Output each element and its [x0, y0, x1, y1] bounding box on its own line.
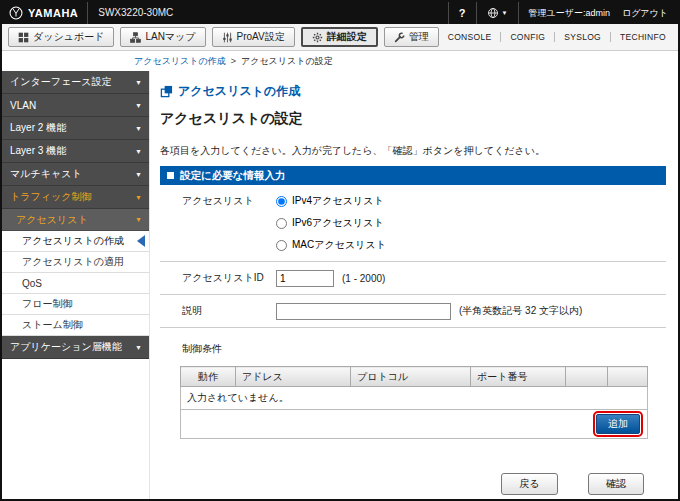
logout-link[interactable]: ログアウト	[622, 7, 668, 20]
tab-label: ProAV設定	[237, 30, 285, 44]
page-title-row: アクセスリストの作成	[160, 83, 666, 100]
radio-mac-label: MACアクセスリスト	[292, 238, 386, 252]
tab-dashboard[interactable]: ダッシュボード	[8, 27, 114, 47]
access-list-type-row: アクセスリスト IPv4アクセスリスト IPv6アクセスリスト	[160, 185, 666, 262]
tab-lanmap[interactable]: LANマップ	[120, 27, 205, 47]
access-list-type-label: アクセスリスト	[160, 185, 268, 261]
topbar-right: ? ▼ 管理ユーザー:admin ログアウト	[448, 2, 678, 24]
add-button[interactable]: 追加	[596, 414, 640, 434]
radio-option-mac[interactable]: MACアクセスリスト	[276, 238, 386, 252]
back-button[interactable]: 戻る	[501, 473, 557, 495]
breadcrumb-separator: >	[231, 56, 236, 66]
column-header-empty-2	[608, 367, 648, 387]
sidebar-item-qos[interactable]: QoS	[2, 273, 149, 294]
radio-option-ipv6[interactable]: IPv6アクセスリスト	[276, 216, 386, 230]
sidebar-item-vlan[interactable]: VLAN ▼	[2, 94, 149, 117]
sidebar-item-application-layer[interactable]: アプリケーション層機能 ▼	[2, 336, 149, 359]
sidebar-item-access-list[interactable]: アクセスリスト ▼	[2, 209, 149, 231]
dashboard-icon	[18, 32, 29, 43]
language-segment: ▼	[476, 2, 518, 24]
user-label: 管理ユーザー:admin	[529, 7, 610, 20]
instruction-text: 各項目を入力してください。入力が完了したら、「確認」ボタンを押してください。	[160, 144, 666, 158]
access-list-id-row: アクセスリストID (1 - 2000)	[160, 262, 666, 295]
help-button[interactable]: ?	[459, 7, 466, 19]
column-header-address: アドレス	[236, 367, 351, 387]
add-row: 追加	[181, 410, 648, 439]
chevron-down-icon: ▼	[135, 216, 142, 223]
chevron-down-icon: ▼	[135, 102, 142, 109]
sidebar-item-flow-control[interactable]: フロー制御	[2, 294, 149, 315]
techinfo-link[interactable]: TECHINFO	[610, 32, 675, 42]
sidebar-item-layer2[interactable]: Layer 2 機能 ▼	[2, 117, 149, 140]
radio-option-ipv4[interactable]: IPv4アクセスリスト	[276, 194, 386, 208]
radio-ipv6-input[interactable]	[276, 218, 287, 229]
lanmap-icon	[130, 32, 141, 43]
sidebar-item-storm-control[interactable]: ストーム制御	[2, 315, 149, 336]
tab-proav-settings[interactable]: ProAV設定	[212, 27, 295, 47]
panel-header-label: 設定に必要な情報入力	[180, 169, 286, 183]
body-row: インターフェース設定 ▼ VLAN ▼ Layer 2 機能 ▼ Layer 3…	[2, 71, 678, 499]
sidebar-item-layer3[interactable]: Layer 3 機能 ▼	[2, 140, 149, 163]
description-hint: (半角英数記号 32 文字以内)	[459, 304, 582, 318]
chevron-down-icon: ▼	[135, 148, 142, 155]
description-content: (半角英数記号 32 文字以内)	[268, 295, 666, 327]
access-list-id-input[interactable]	[276, 270, 334, 287]
sidebar-item-label: アクセスリスト	[16, 213, 88, 227]
description-input[interactable]	[276, 303, 451, 320]
empty-state-text: 入力されていません。	[181, 387, 648, 410]
chevron-down-icon: ▼	[135, 79, 142, 86]
access-list-id-label: アクセスリストID	[160, 262, 268, 294]
access-list-radio-group: IPv4アクセスリスト IPv6アクセスリスト MACアクセスリスト	[276, 192, 386, 254]
sidebar-item-label: インターフェース設定	[10, 75, 111, 89]
breadcrumb-parent-link[interactable]: アクセスリストの作成	[134, 55, 226, 68]
chevron-down-icon: ▼	[502, 10, 508, 16]
column-header-empty-1	[566, 367, 608, 387]
radio-ipv4-label: IPv4アクセスリスト	[292, 194, 384, 208]
tab-management[interactable]: 管理	[384, 27, 439, 47]
config-link[interactable]: CONFIG	[500, 32, 554, 42]
footer-button-row: 戻る 確認	[160, 453, 666, 495]
page-title-icon	[160, 85, 173, 98]
confirm-button[interactable]: 確認	[588, 473, 644, 495]
sliders-icon	[222, 32, 233, 43]
brand-area: YAMAHA SWX3220-30MC	[9, 2, 173, 24]
topbar: YAMAHA SWX3220-30MC ? ▼ 管理ユーザー:admin ログア…	[2, 2, 678, 24]
condition-table-header-row: 動作 アドレス プロトコル ポート番号	[181, 367, 648, 387]
tab-label: 管理	[409, 30, 429, 44]
sidebar-item-traffic-control[interactable]: トラフィック制御 ▼	[2, 186, 149, 209]
tab-label: ダッシュボード	[33, 30, 104, 44]
console-link[interactable]: CONSOLE	[439, 32, 501, 42]
tab-advanced-settings[interactable]: 詳細設定	[301, 27, 378, 47]
tab-label: LANマップ	[145, 30, 195, 44]
device-model: SWX3220-30MC	[87, 2, 173, 24]
access-list-id-hint: (1 - 2000)	[342, 273, 385, 284]
yamaha-logo-icon	[9, 6, 23, 20]
chevron-down-icon: ▼	[135, 344, 142, 351]
toplink-group: CONSOLE CONFIG SYSLOG TECHINFO	[439, 32, 675, 42]
condition-table: 動作 アドレス プロトコル ポート番号 入力されていません。	[180, 366, 648, 439]
radio-mac-input[interactable]	[276, 240, 287, 251]
sidebar-item-label: Layer 2 機能	[10, 121, 66, 135]
column-header-protocol: プロトコル	[351, 367, 471, 387]
condition-block: 制御条件 動作 アドレス プロトコル ポート番号	[160, 328, 666, 453]
sidebar-item-multicast[interactable]: マルチキャスト ▼	[2, 163, 149, 186]
main-content: アクセスリストの作成 アクセスリストの設定 各項目を入力してください。入力が完了…	[150, 71, 678, 499]
help-segment: ?	[448, 2, 476, 24]
language-button[interactable]: ▼	[487, 7, 508, 19]
breadcrumb-current: アクセスリストの設定	[241, 55, 333, 68]
panel-header: 設定に必要な情報入力	[160, 166, 666, 185]
panel-header-bullet-icon	[167, 172, 174, 179]
add-row-cell: 追加	[181, 410, 648, 439]
syslog-link[interactable]: SYSLOG	[554, 32, 610, 42]
sidebar-item-access-list-create[interactable]: アクセスリストの作成	[2, 231, 149, 252]
globe-icon	[487, 7, 499, 19]
page-title: アクセスリストの作成	[178, 83, 300, 100]
radio-ipv4-input[interactable]	[276, 196, 287, 207]
condition-label: 制御条件	[160, 328, 666, 356]
sidebar-item-label: アクセスリストの適用	[22, 255, 124, 269]
section-title: アクセスリストの設定	[160, 110, 666, 128]
sidebar-item-label: QoS	[22, 278, 42, 289]
description-row: 説明 (半角英数記号 32 文字以内)	[160, 295, 666, 328]
sidebar-item-access-list-apply[interactable]: アクセスリストの適用	[2, 252, 149, 273]
sidebar-item-interface-settings[interactable]: インターフェース設定 ▼	[2, 71, 149, 94]
